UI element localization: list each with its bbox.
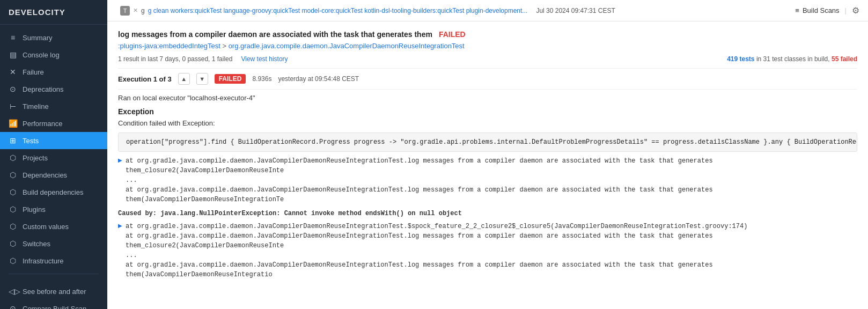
view-test-history-link[interactable]: View test history xyxy=(241,55,288,63)
stack-line-6: ... xyxy=(126,251,857,260)
sidebar-bottom: ◁▷ See before and after ⊙ Compare Build … xyxy=(0,278,107,309)
sidebar-item-label: Custom values xyxy=(23,223,69,231)
stack-line-5: at org.gradle.java.compile.daemon.JavaCo… xyxy=(126,231,857,251)
stack-trace-toggle-1[interactable]: ▶ at org.gradle.java.compile.daemon.Java… xyxy=(118,156,857,204)
test-meta-row: 1 result in last 7 days, 0 passed, 1 fai… xyxy=(118,55,857,63)
sidebar-item-compare-build-scan[interactable]: ⊙ Compare Build Scan xyxy=(0,300,107,309)
custom-values-icon: ⬡ xyxy=(9,222,17,231)
sidebar-item-deprecations[interactable]: ⊙ Deprecations xyxy=(0,80,107,98)
logo-text: DEVELOCITY xyxy=(9,8,65,17)
console-icon: ▤ xyxy=(9,50,17,59)
test-header: log messages from a compiler daemon are … xyxy=(118,30,857,39)
sidebar-item-label: Deprecations xyxy=(23,85,64,93)
sidebar-item-custom-values[interactable]: ⬡ Custom values xyxy=(0,218,107,235)
sidebar-item-label: Compare Build Scan xyxy=(23,305,86,310)
sidebar-item-label: Plugins xyxy=(23,205,46,214)
tests-icon: ⊞ xyxy=(9,136,17,145)
infrastructure-icon: ⬡ xyxy=(9,256,17,265)
sidebar-item-label: Build dependencies xyxy=(23,188,83,196)
sidebar-item-label: Failure xyxy=(23,68,44,76)
condition-failed-text: Condition failed with Exception: xyxy=(118,119,857,127)
stack-trace-group-2: ▶ at org.gradle.java.compile.daemon.Java… xyxy=(118,222,857,279)
main-content: T ✕ g g clean workers:quickTest language… xyxy=(107,0,868,309)
sidebar-item-infrastructure[interactable]: ⬡ Infrastructure xyxy=(0,252,107,269)
sidebar-divider xyxy=(9,274,99,274)
execution-status-badge: FAILED xyxy=(215,74,246,84)
failure-icon: ✕ xyxy=(9,68,17,76)
build-scans-button[interactable]: ≡ Build Scans xyxy=(795,6,839,14)
tab-date: Jul 30 2024 09:47:31 CEST xyxy=(536,7,615,14)
sidebar-item-performance[interactable]: 📶 Performance xyxy=(0,115,107,132)
tab-g-prefix: g xyxy=(141,7,145,14)
build-deps-icon: ⬡ xyxy=(9,188,17,196)
sidebar-item-build-dependencies[interactable]: ⬡ Build dependencies xyxy=(0,183,107,201)
close-tab-button[interactable]: ✕ xyxy=(133,7,138,14)
sidebar-item-label: See before and after xyxy=(23,288,86,296)
caused-by-text: Caused by: java.lang.NullPointerExceptio… xyxy=(118,210,857,217)
sidebar-item-label: Infrastructure xyxy=(23,257,64,265)
tab: T ✕ g g clean workers:quickTest language… xyxy=(116,0,620,21)
timeline-icon: ⊢ xyxy=(9,102,17,111)
execution-prev-button[interactable]: ▲ xyxy=(178,73,190,85)
stack-line-1: at org.gradle.java.compile.daemon.JavaCo… xyxy=(126,156,857,175)
sidebar-item-see-before-after[interactable]: ◁▷ See before and after xyxy=(0,283,107,300)
sidebar-item-console-log[interactable]: ▤ Console log xyxy=(0,46,107,63)
breadcrumb-part2[interactable]: org.gradle.java.compile.daemon.JavaCompi… xyxy=(229,42,465,50)
sidebar-item-failure[interactable]: ✕ Failure xyxy=(0,63,107,80)
sidebar: DEVELOCITY ≡ Summary ▤ Console log ✕ Fai… xyxy=(0,0,107,309)
code-line: operation["progress"].find { BuildOperat… xyxy=(126,138,857,146)
sidebar-item-timeline[interactable]: ⊢ Timeline xyxy=(0,98,107,115)
code-block: operation["progress"].find { BuildOperat… xyxy=(118,133,857,152)
sidebar-item-switches[interactable]: ⬡ Switches xyxy=(0,235,107,252)
projects-icon: ⬡ xyxy=(9,153,17,162)
test-title: log messages from a compiler daemon are … xyxy=(118,30,432,39)
sidebar-item-label: Timeline xyxy=(23,102,49,111)
test-count-right: 419 tests in 31 test classes in build, 5… xyxy=(727,55,857,63)
sidebar-item-label: Console log xyxy=(23,51,60,59)
sidebar-item-label: Switches xyxy=(23,240,50,248)
breadcrumb-separator: > xyxy=(222,42,228,50)
stack-trace-group-1: ▶ at org.gradle.java.compile.daemon.Java… xyxy=(118,156,857,204)
logo: DEVELOCITY xyxy=(0,0,107,25)
build-scans-label: Build Scans xyxy=(803,6,840,14)
breadcrumb: :plugins-java:embeddedIntegTest > org.gr… xyxy=(118,42,857,50)
sidebar-item-dependencies[interactable]: ⬡ Dependencies xyxy=(0,166,107,183)
sidebar-item-label: Dependencies xyxy=(23,171,67,179)
topbar: T ✕ g g clean workers:quickTest language… xyxy=(107,0,868,21)
test-count-mid: in 31 test classes in build, xyxy=(756,55,830,63)
stack-line-4: at org.gradle.java.compile.daemon.JavaCo… xyxy=(126,222,857,231)
test-status-badge: FAILED xyxy=(439,30,466,39)
stack-trace-toggle-2[interactable]: ▶ at org.gradle.java.compile.daemon.Java… xyxy=(118,222,857,279)
stack-line-3: at org.gradle.java.compile.daemon.JavaCo… xyxy=(126,185,857,204)
topbar-separator: | xyxy=(845,6,847,14)
compare-icon: ⊙ xyxy=(9,304,17,309)
sidebar-item-plugins[interactable]: ⬡ Plugins xyxy=(0,201,107,218)
summary-icon: ≡ xyxy=(9,33,17,42)
execution-time: 8.936s xyxy=(252,75,271,83)
test-count-link[interactable]: 419 tests xyxy=(727,55,754,63)
plugins-icon: ⬡ xyxy=(9,205,17,214)
sidebar-item-summary[interactable]: ≡ Summary xyxy=(0,29,107,46)
stack-trace-content-2: at org.gradle.java.compile.daemon.JavaCo… xyxy=(126,222,857,279)
breadcrumb-part1[interactable]: :plugins-java:embeddedIntegTest xyxy=(118,42,220,50)
sidebar-item-projects[interactable]: ⬡ Projects xyxy=(0,149,107,166)
execution-next-button[interactable]: ▼ xyxy=(196,73,208,85)
performance-icon: 📶 xyxy=(9,119,17,128)
exception-title: Exception xyxy=(118,107,857,116)
sidebar-item-label: Projects xyxy=(23,154,48,162)
sidebar-item-tests[interactable]: ⊞ Tests xyxy=(0,132,107,149)
build-scans-icon: ≡ xyxy=(795,6,799,14)
sidebar-item-label: Performance xyxy=(23,120,62,128)
test-count-failed: 55 failed xyxy=(832,55,857,63)
execution-header: Execution 1 of 3 ▲ ▼ FAILED 8.936s yeste… xyxy=(118,68,857,90)
settings-icon[interactable]: ⚙ xyxy=(852,5,859,16)
sidebar-nav: ≡ Summary ▤ Console log ✕ Failure ⊙ Depr… xyxy=(0,25,107,309)
expand-icon-1: ▶ xyxy=(118,157,122,163)
tab-letter: T xyxy=(120,6,130,16)
deprecations-icon: ⊙ xyxy=(9,85,17,93)
stack-line-7: at org.gradle.java.compile.daemon.JavaCo… xyxy=(126,260,857,279)
tab-command: g clean workers:quickTest language-groov… xyxy=(148,7,528,14)
before-after-icon: ◁▷ xyxy=(9,287,17,296)
stack-line-2: ... xyxy=(126,175,857,185)
execution-date: yesterday at 09:54:48 CEST xyxy=(278,75,359,83)
